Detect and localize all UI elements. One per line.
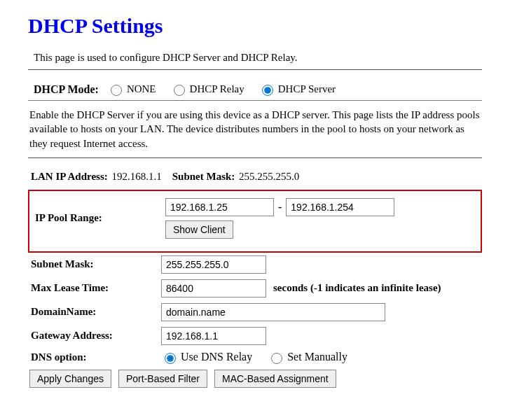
dns-row: DNS option: Use DNS Relay Set Manually <box>28 351 482 364</box>
pool-dash: - <box>277 201 283 214</box>
gateway-input[interactable] <box>161 327 266 345</box>
mac-based-assignment-button[interactable]: MAC-Based Assignment <box>214 370 336 388</box>
dhcp-mode-label: DHCP Mode: <box>34 83 99 96</box>
mode-server-text: DHCP Server <box>278 83 336 95</box>
mode-option-relay[interactable]: DHCP Relay <box>170 83 244 96</box>
radio-dns-relay[interactable] <box>165 353 176 364</box>
mode-relay-text: DHCP Relay <box>190 83 244 95</box>
action-buttons: Apply Changes Port-Based Filter MAC-Base… <box>28 370 482 388</box>
divider <box>28 100 482 101</box>
domain-label: DomainName: <box>28 306 161 318</box>
lan-mask-label: Subnet Mask: <box>172 171 235 182</box>
mode-option-none[interactable]: NONE <box>107 83 156 96</box>
page-title: DHCP Settings <box>28 14 482 38</box>
domain-input[interactable] <box>161 303 385 321</box>
lease-input[interactable] <box>161 279 266 298</box>
mode-description: Enable the DHCP Server if you are using … <box>29 108 482 150</box>
pool-start-input[interactable] <box>165 198 274 216</box>
domain-row: DomainName: <box>28 303 482 321</box>
show-client-button[interactable]: Show Client <box>165 220 233 239</box>
dns-manual-text: Set Manually <box>287 351 347 363</box>
gateway-label: Gateway Address: <box>28 330 161 342</box>
divider <box>28 69 482 70</box>
intro-text: This page is used to configure DHCP Serv… <box>34 52 482 64</box>
dns-manual-option[interactable]: Set Manually <box>268 351 347 364</box>
subnet-label: Subnet Mask: <box>28 258 161 270</box>
port-based-filter-button[interactable]: Port-Based Filter <box>118 370 207 388</box>
pool-end-input[interactable] <box>286 198 394 216</box>
radio-relay[interactable] <box>174 85 185 96</box>
lan-mask-value: 255.255.255.0 <box>239 171 299 182</box>
lan-ip-value: 192.168.1.1 <box>112 171 162 182</box>
lease-suffix: seconds (-1 indicates an infinite lease) <box>273 282 441 294</box>
lan-ip-label: LAN IP Address: <box>31 171 108 182</box>
radio-server[interactable] <box>262 85 273 96</box>
dns-label: DNS option: <box>28 351 161 363</box>
dhcp-mode-row: DHCP Mode: NONE DHCP Relay DHCP Server <box>28 83 482 96</box>
lease-label: Max Lease Time: <box>28 282 161 294</box>
ip-pool-label: IP Pool Range: <box>32 212 165 224</box>
divider <box>28 158 482 158</box>
apply-changes-button[interactable]: Apply Changes <box>29 370 111 388</box>
lease-row: Max Lease Time: seconds (-1 indicates an… <box>28 279 482 298</box>
ip-pool-highlight: IP Pool Range: - Show Client <box>28 190 482 253</box>
mode-none-text: NONE <box>127 83 156 95</box>
mode-option-server[interactable]: DHCP Server <box>259 83 336 96</box>
dns-relay-text: Use DNS Relay <box>181 351 252 363</box>
radio-none[interactable] <box>111 85 122 96</box>
dns-relay-option[interactable]: Use DNS Relay <box>161 351 252 364</box>
subnet-input[interactable] <box>161 255 266 274</box>
lan-info: LAN IP Address: 192.168.1.1 Subnet Mask:… <box>31 171 482 183</box>
radio-dns-manual[interactable] <box>271 353 282 364</box>
subnet-row: Subnet Mask: <box>28 255 482 274</box>
gateway-row: Gateway Address: <box>28 327 482 345</box>
